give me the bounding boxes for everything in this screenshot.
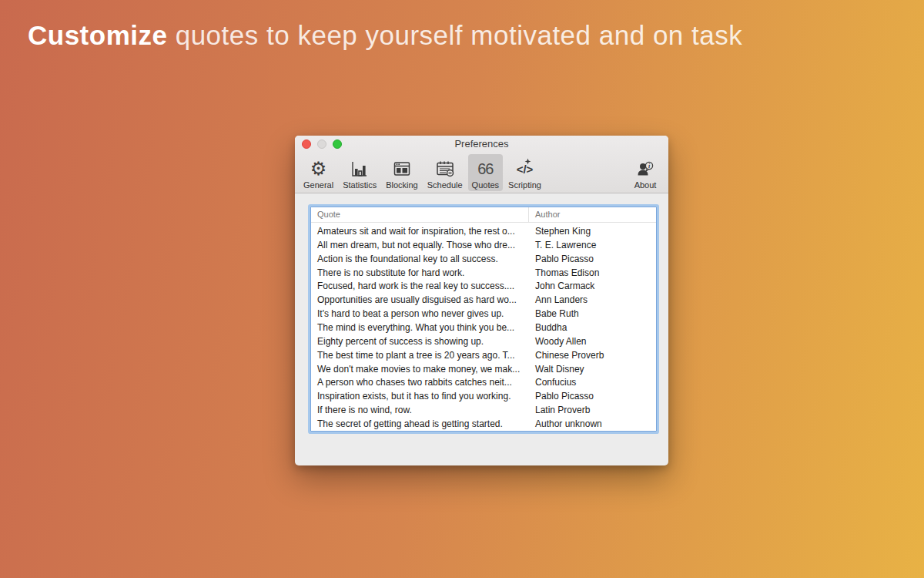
- author-cell: Thomas Edison: [529, 267, 656, 278]
- table-row[interactable]: Action is the foundational key to all su…: [311, 252, 656, 266]
- author-cell: Pablo Picasso: [529, 254, 656, 264]
- author-cell: Stephen King: [529, 226, 656, 237]
- browser-window-icon: [393, 158, 411, 180]
- quote-cell: Action is the foundational key to all su…: [311, 254, 529, 264]
- toolbar-item-quotes[interactable]: 66 Quotes: [468, 154, 503, 191]
- table-row[interactable]: Amateurs sit and wait for inspiration, t…: [311, 224, 656, 238]
- column-header-author[interactable]: Author: [529, 207, 656, 222]
- toolbar: ⚙ General Statistics: [295, 153, 668, 193]
- toolbar-item-statistics[interactable]: Statistics: [339, 154, 380, 191]
- quote-cell: The secret of getting ahead is getting s…: [311, 418, 529, 429]
- quote-cell: Focused, hard work is the real key to su…: [311, 281, 529, 291]
- author-cell: Babe Ruth: [529, 308, 656, 319]
- author-cell: Author unknown: [529, 418, 656, 429]
- quotes-table[interactable]: Quote Author Amateurs sit and wait for i…: [310, 207, 657, 432]
- toolbar-item-label: Blocking: [386, 180, 418, 190]
- quote-cell: Amateurs sit and wait for inspiration, t…: [311, 226, 529, 237]
- close-button[interactable]: [302, 139, 311, 149]
- table-row[interactable]: We don't make movies to make money, we m…: [311, 362, 656, 376]
- window-chrome: Preferences ⚙ General Statistics: [295, 136, 668, 193]
- quote-cell: Opportunities are usually disguised as h…: [311, 294, 529, 305]
- traffic-lights: [302, 139, 342, 149]
- quote-cell: A person who chases two rabbits catches …: [311, 377, 529, 388]
- table-row[interactable]: If there is no wind, row.Latin Proverb: [311, 403, 656, 417]
- zoom-button[interactable]: [333, 139, 342, 149]
- quote-cell: We don't make movies to make money, we m…: [311, 364, 529, 375]
- code-icon: </>: [517, 158, 534, 180]
- page-title-bold: Customize: [28, 20, 167, 50]
- toolbar-item-label: About: [634, 180, 657, 190]
- person-info-icon: i: [635, 158, 655, 180]
- column-header-quote[interactable]: Quote: [311, 207, 529, 222]
- table-header: Quote Author: [311, 207, 656, 223]
- toolbar-item-scripting[interactable]: </> Scripting: [504, 154, 545, 191]
- bar-chart-icon: [350, 158, 369, 180]
- table-row[interactable]: Eighty percent of success is showing up.…: [311, 334, 656, 348]
- table-row[interactable]: Opportunities are usually disguised as h…: [311, 293, 656, 307]
- quote-cell: Eighty percent of success is showing up.: [311, 336, 529, 347]
- quote-cell: It's hard to beat a person who never giv…: [311, 308, 529, 319]
- table-row[interactable]: There is no substitute for hard work.Tho…: [311, 266, 656, 280]
- table-row[interactable]: A person who chases two rabbits catches …: [311, 375, 656, 389]
- author-cell: Walt Disney: [529, 364, 656, 375]
- table-row[interactable]: The mind is everything. What you think y…: [311, 321, 656, 334]
- table-row[interactable]: The secret of getting ahead is getting s…: [311, 417, 656, 431]
- table-row[interactable]: Focused, hard work is the real key to su…: [311, 279, 656, 293]
- quote-cell: The best time to plant a tree is 20 year…: [311, 350, 529, 361]
- toolbar-item-label: Statistics: [343, 180, 377, 190]
- author-cell: Latin Proverb: [529, 405, 656, 415]
- author-cell: John Carmack: [529, 281, 656, 291]
- toolbar-item-schedule[interactable]: Schedule: [424, 154, 467, 191]
- toolbar-item-label: Schedule: [427, 180, 463, 190]
- table-body: Amateurs sit and wait for inspiration, t…: [311, 223, 656, 431]
- quote-marks-icon: 66: [477, 158, 493, 180]
- minimize-button[interactable]: [317, 139, 326, 149]
- table-row[interactable]: All men dream, but not equally. Those wh…: [311, 238, 656, 252]
- quote-cell: Inspiration exists, but it has to find y…: [311, 391, 529, 402]
- page-title-light: quotes to keep yourself motivated and on…: [167, 20, 742, 50]
- toolbar-item-label: Scripting: [508, 180, 541, 190]
- preferences-content: Quote Author Amateurs sit and wait for i…: [295, 193, 668, 465]
- toolbar-item-label: Quotes: [472, 180, 499, 190]
- quote-cell: There is no substitute for hard work.: [311, 267, 529, 278]
- author-cell: Woody Allen: [529, 336, 656, 347]
- quote-cell: If there is no wind, row.: [311, 405, 529, 415]
- author-cell: Confucius: [529, 377, 656, 388]
- gear-icon: ⚙: [310, 158, 327, 180]
- author-cell: Ann Landers: [529, 294, 656, 305]
- preferences-window: Preferences ⚙ General Statistics: [295, 136, 668, 465]
- toolbar-item-general[interactable]: ⚙ General: [300, 154, 337, 191]
- toolbar-item-label: General: [303, 180, 333, 190]
- toolbar-item-blocking[interactable]: Blocking: [382, 154, 422, 191]
- author-cell: T. E. Lawrence: [529, 240, 656, 250]
- table-row[interactable]: It's hard to beat a person who never giv…: [311, 307, 656, 321]
- table-row[interactable]: Inspiration exists, but it has to find y…: [311, 389, 656, 403]
- author-cell: Chinese Proverb: [529, 350, 656, 361]
- page-title: Customize quotes to keep yourself motiva…: [28, 20, 742, 51]
- author-cell: Pablo Picasso: [529, 391, 656, 402]
- titlebar[interactable]: Preferences: [295, 136, 668, 153]
- quote-cell: The mind is everything. What you think y…: [311, 322, 529, 333]
- table-row[interactable]: The best time to plant a tree is 20 year…: [311, 348, 656, 362]
- toolbar-item-about[interactable]: i About: [628, 154, 662, 191]
- author-cell: Buddha: [529, 322, 656, 333]
- calendar-icon: [435, 158, 455, 180]
- window-title: Preferences: [295, 136, 668, 153]
- quote-cell: All men dream, but not equally. Those wh…: [311, 240, 529, 250]
